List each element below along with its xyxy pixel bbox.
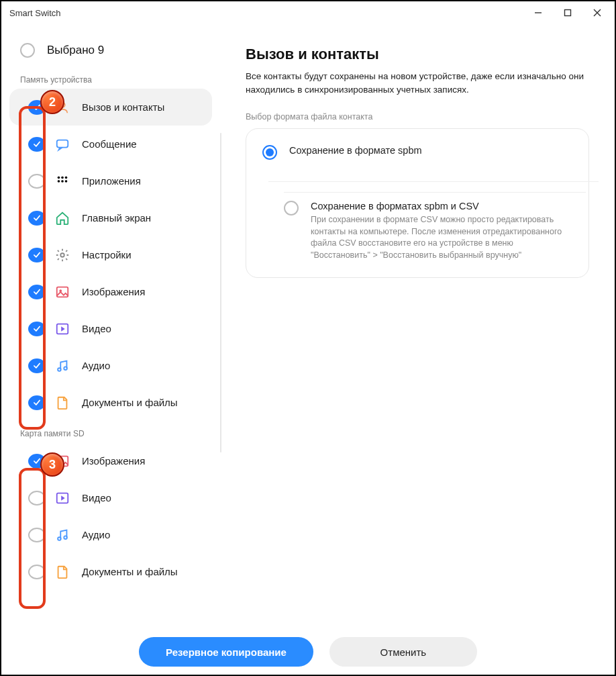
- settings-icon: [54, 248, 71, 262]
- format-card: Сохранение в формате spbm Сохранение в ф…: [246, 128, 589, 278]
- backup-button[interactable]: Резервное копирование: [139, 637, 313, 667]
- close-button[interactable]: [582, 3, 612, 23]
- select-all-radio[interactable]: [20, 43, 35, 58]
- item-label: Изображения: [82, 455, 145, 467]
- annotation-callout-3: 3: [40, 452, 64, 477]
- video-icon: [54, 322, 71, 336]
- item-label: Видео: [82, 323, 111, 334]
- format-option-spbm[interactable]: Сохранение в формате spbm: [249, 134, 586, 171]
- section-header-device: Память устройства: [1, 67, 220, 89]
- item-label: Видео: [82, 492, 111, 503]
- select-all-row[interactable]: Выбрано 9: [1, 38, 220, 67]
- item-label: Главный экран: [82, 212, 151, 224]
- video-icon: [54, 491, 71, 505]
- minimize-button[interactable]: [523, 3, 553, 23]
- annotation-callout-2: 2: [40, 90, 64, 114]
- annotation-outline-3: [19, 468, 46, 609]
- item-label: Документы и файлы: [82, 566, 178, 577]
- audio-icon: [54, 528, 71, 542]
- item-label: Вызов и контакты: [82, 101, 164, 113]
- message-icon: [54, 137, 71, 152]
- cancel-button[interactable]: Отменить: [329, 637, 477, 667]
- format-option-label: Сохранение в форматах spbm и CSV: [311, 201, 572, 211]
- doc-icon: [54, 395, 71, 410]
- svg-rect-1: [565, 10, 571, 16]
- home-icon: [54, 211, 71, 226]
- select-all-label: Выбрано 9: [47, 44, 104, 57]
- item-label: Аудио: [82, 360, 110, 371]
- item-label: Сообщение: [82, 138, 137, 150]
- doc-icon: [54, 565, 71, 579]
- item-label: Настройки: [82, 249, 132, 260]
- page-title: Вызов и контакты: [246, 46, 589, 63]
- item-label: Изображения: [82, 286, 145, 297]
- audio-icon: [54, 358, 71, 373]
- footer: Резервное копирование Отменить: [1, 637, 615, 667]
- format-option-desc: При сохранении в формате CSV можно прост…: [311, 214, 572, 261]
- format-option-spbm-csv[interactable]: Сохранение в форматах spbm и CSV При сох…: [284, 192, 586, 272]
- image-icon: [54, 285, 71, 299]
- maximize-button[interactable]: [553, 3, 582, 23]
- item-label: Документы и файлы: [82, 397, 178, 408]
- apps-icon: [54, 174, 71, 189]
- radio-spbm[interactable]: [262, 145, 277, 160]
- main-panel: Вызов и контакты Все контакты будут сохр…: [220, 24, 615, 675]
- page-description: Все контакты будут сохранены на новом ус…: [246, 70, 589, 96]
- annotation-outline-2: [19, 106, 46, 430]
- window-title: Smart Switch: [9, 8, 61, 18]
- item-label: Аудио: [82, 529, 110, 540]
- format-option-spbm-csv[interactable]: [249, 171, 586, 192]
- radio-spbm-csv[interactable]: [284, 201, 299, 215]
- format-subheading: Выбор формата файла контакта: [246, 112, 589, 122]
- format-option-label: Сохранение в формате spbm: [289, 145, 572, 156]
- titlebar: Smart Switch: [1, 1, 615, 24]
- item-label: Приложения: [82, 175, 141, 187]
